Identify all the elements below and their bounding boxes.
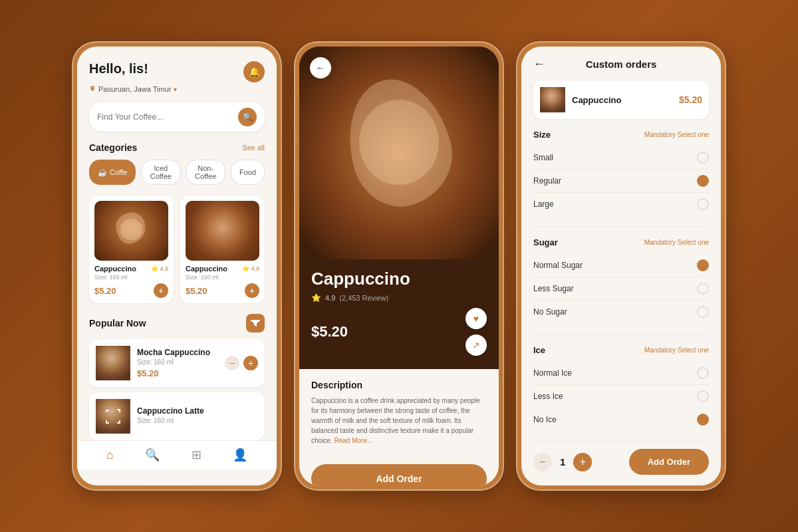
ice-normal-radio[interactable] bbox=[697, 367, 709, 379]
category-food[interactable]: Food bbox=[231, 160, 265, 185]
category-coffee[interactable]: ☕ Coffe bbox=[89, 160, 136, 185]
sugar-normal-option[interactable]: Normal Sugar bbox=[533, 254, 709, 277]
filter-icon bbox=[251, 319, 260, 328]
read-more-link[interactable]: Read More... bbox=[334, 437, 372, 444]
add-order-button[interactable]: Add Order bbox=[311, 464, 487, 485]
ice-no-radio[interactable] bbox=[697, 414, 709, 426]
size-regular-option[interactable]: Regular bbox=[533, 170, 709, 193]
phone-frame-2: ← Cappuccino ⭐ 4.9 (2,453 Review) $5.20 … bbox=[294, 41, 504, 491]
star-icon: ⭐ bbox=[311, 293, 321, 303]
screen-custom-order: ← Custom orders Cappuccino $5.20 Size Ma… bbox=[521, 47, 721, 485]
ice-normal-option[interactable]: Normal Ice bbox=[533, 362, 709, 385]
product-card-1: Cappuccino ⭐ 4.9 Size: 160 ml $5.20 + bbox=[89, 196, 174, 303]
screen-home: Hello, lis! 🔔 Pasuruan, Jawa Timur ▾ 🔍 C… bbox=[77, 47, 277, 485]
divider-1 bbox=[533, 226, 709, 227]
description-section: Description Cappuccino is a coffee drink… bbox=[299, 369, 499, 456]
screen-detail: ← Cappuccino ⭐ 4.9 (2,453 Review) $5.20 … bbox=[299, 47, 499, 485]
products-grid: Cappuccino ⭐ 4.9 Size: 160 ml $5.20 + Ca… bbox=[89, 196, 265, 303]
sugar-no-radio[interactable] bbox=[697, 306, 709, 318]
sugar-no-option[interactable]: No Sugar bbox=[533, 301, 709, 323]
minus-popular-1-button[interactable]: − bbox=[225, 356, 239, 370]
search-input[interactable] bbox=[97, 112, 238, 122]
quantity-minus-button[interactable]: − bbox=[533, 453, 552, 471]
location-row[interactable]: Pasuruan, Jawa Timur ▾ bbox=[89, 85, 265, 93]
coffee-hero-image: ← bbox=[299, 47, 499, 259]
size-small-option[interactable]: Small bbox=[533, 146, 709, 170]
size-large-option[interactable]: Large bbox=[533, 193, 709, 215]
location-icon bbox=[89, 86, 96, 92]
filter-button[interactable] bbox=[246, 314, 265, 332]
scan-item: Cappuccino Latte Size: 160 ml bbox=[89, 392, 265, 440]
product-image-1 bbox=[94, 201, 168, 261]
add-product-1-button[interactable]: + bbox=[154, 283, 168, 298]
scan-icon bbox=[106, 409, 120, 424]
favorite-button[interactable]: ♥ bbox=[466, 308, 487, 329]
size-large-radio[interactable] bbox=[697, 198, 709, 210]
product-image-2 bbox=[186, 201, 259, 261]
category-iced-coffee[interactable]: Iced Coffee bbox=[141, 160, 180, 185]
phone-frame-3: ← Custom orders Cappuccino $5.20 Size Ma… bbox=[516, 41, 726, 491]
add-popular-1-button[interactable]: + bbox=[243, 356, 258, 370]
popular-image-1 bbox=[96, 346, 130, 380]
category-non-coffee[interactable]: Non-Coffee bbox=[186, 160, 225, 185]
categories-header: Categories See all bbox=[89, 142, 265, 153]
size-regular-radio[interactable] bbox=[697, 175, 709, 187]
nav-profile[interactable]: 👤 bbox=[233, 448, 247, 462]
scan-image bbox=[96, 399, 130, 434]
greeting-row: Hello, lis! 🔔 bbox=[89, 61, 265, 82]
custom-header: ← Custom orders bbox=[533, 59, 709, 70]
nav-home[interactable]: ⌂ bbox=[106, 448, 114, 462]
ice-less-option[interactable]: Less Ice bbox=[533, 385, 709, 408]
add-product-2-button[interactable]: + bbox=[245, 283, 259, 298]
greeting-text: Hello, lis! bbox=[89, 61, 148, 76]
sugar-normal-radio[interactable] bbox=[697, 259, 709, 271]
category-tabs: ☕ Coffe Iced Coffee Non-Coffee Food bbox=[89, 160, 265, 185]
ice-section: Ice Mandatory Select one Normal Ice Less… bbox=[533, 345, 709, 431]
ice-no-option[interactable]: No Ice bbox=[533, 408, 709, 431]
share-button[interactable]: ↗ bbox=[466, 334, 487, 356]
size-small-radio[interactable] bbox=[697, 152, 709, 164]
ice-less-radio[interactable] bbox=[697, 390, 709, 402]
custom-back-button[interactable]: ← bbox=[533, 57, 545, 71]
nav-scan[interactable]: ⊞ bbox=[192, 448, 201, 462]
popular-header: Popular Now bbox=[89, 314, 265, 332]
search-bar: 🔍 bbox=[89, 102, 265, 132]
nav-search[interactable]: 🔍 bbox=[145, 448, 160, 462]
phone-frame-1: Hello, lis! 🔔 Pasuruan, Jawa Timur ▾ 🔍 C… bbox=[72, 41, 282, 491]
bottom-navigation: ⌂ 🔍 ⊞ 👤 bbox=[77, 440, 277, 469]
notification-button[interactable]: 🔔 bbox=[243, 61, 265, 82]
sugar-section: Sugar Mandatory Select one Normal Sugar … bbox=[533, 237, 709, 323]
size-section: Size Mandatory Select one Small Regular … bbox=[533, 130, 709, 215]
product-card-2: Cappuccino ⭐ 4.9 Size: 160 ml $5.20 + bbox=[180, 196, 265, 303]
back-button[interactable]: ← bbox=[310, 57, 331, 78]
search-button[interactable]: 🔍 bbox=[238, 108, 257, 126]
add-order-2-button[interactable]: Add Order bbox=[629, 449, 709, 475]
sugar-less-option[interactable]: Less Sugar bbox=[533, 277, 709, 301]
divider-2 bbox=[533, 334, 709, 334]
coffee-detail-info: Cappuccino ⭐ 4.9 (2,453 Review) $5.20 ♥ … bbox=[299, 258, 499, 369]
sugar-less-radio[interactable] bbox=[697, 283, 709, 295]
quantity-display: 1 bbox=[560, 456, 565, 467]
popular-item-1: Mocha Cappuccino Size: 160 ml $5.20 − + bbox=[89, 339, 265, 387]
order-item-row: Cappuccino $5.20 bbox=[533, 80, 709, 119]
quantity-plus-button[interactable]: + bbox=[573, 453, 592, 471]
quantity-row: − 1 + Add Order bbox=[533, 442, 709, 481]
order-item-image bbox=[540, 87, 565, 112]
